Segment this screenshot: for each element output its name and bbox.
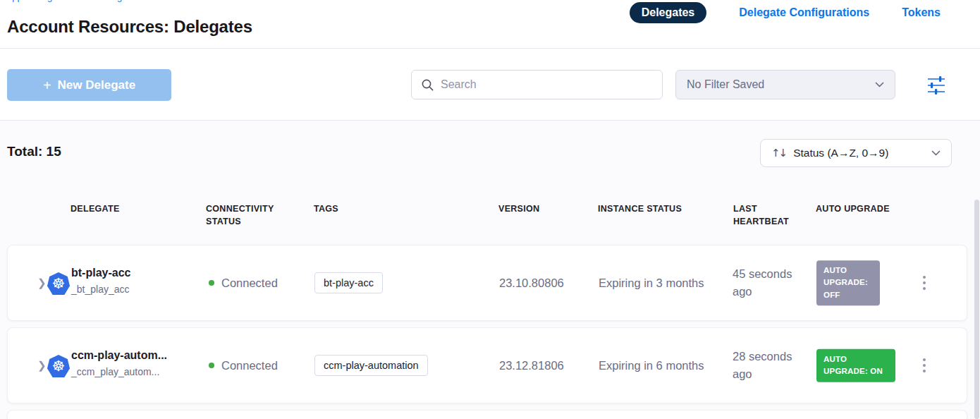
tab-delegate-configurations[interactable]: Delegate Configurations <box>739 6 869 19</box>
delegate-identifier: _bt_play_acc <box>71 284 130 295</box>
vertical-scrollbar[interactable] <box>974 200 979 419</box>
new-delegate-button-label: New Delegate <box>58 78 136 92</box>
new-delegate-button[interactable]: + New Delegate <box>7 69 171 101</box>
sort-dropdown[interactable]: ↑↓ Status (A→Z, 0→9) <box>760 139 952 167</box>
connectivity-label: Connected <box>221 277 278 290</box>
row-overflow-menu-icon[interactable] <box>920 273 929 293</box>
table-row[interactable]: ❯ ☸ bt-play-acc _bt_play_acc Connected b… <box>7 245 967 321</box>
row-overflow-menu-icon[interactable] <box>920 356 929 375</box>
tab-bar: Delegates Delegate Configurations Tokens <box>630 1 941 24</box>
search-icon <box>421 78 434 92</box>
column-header-auto-upgrade: AUTO UPGRADE <box>816 202 914 215</box>
plus-icon: + <box>43 78 51 92</box>
breadcrumb[interactable]: app-testing-account / testing <box>7 0 122 2</box>
search-input[interactable] <box>441 78 653 91</box>
page-title: Account Resources: Delegates <box>7 17 252 37</box>
last-heartbeat-cell: 45 seconds ago <box>733 245 813 320</box>
connected-dot-icon <box>209 363 214 368</box>
instance-status-cell: Expiring in 3 months <box>599 245 704 320</box>
search-box <box>411 70 663 99</box>
connected-dot-icon <box>209 280 214 286</box>
saved-filter-dropdown-value: No Filter Saved <box>687 78 764 91</box>
tab-delegates[interactable]: Delegates <box>630 2 707 23</box>
sort-arrows-icon: ↑↓ <box>771 147 786 159</box>
chevron-down-icon <box>931 150 941 157</box>
connectivity-label: Connected <box>221 359 278 372</box>
column-header-tags: TAGS <box>314 202 338 215</box>
saved-filter-dropdown[interactable]: No Filter Saved <box>675 70 895 99</box>
version-cell: 23.10.80806 <box>499 245 564 320</box>
column-header-connectivity-status: CONNECTIVITY STATUS <box>206 202 298 228</box>
version-cell: 23.12.81806 <box>499 328 564 403</box>
header-divider <box>0 48 980 49</box>
expand-chevron-icon[interactable]: ❯ <box>37 359 47 372</box>
chevron-down-icon <box>875 82 884 88</box>
column-header-last-heartbeat: LAST HEARTBEAT <box>733 202 804 228</box>
total-count: Total: 15 <box>7 144 61 159</box>
sort-dropdown-value: Status (A→Z, 0→9) <box>793 147 888 159</box>
column-header-instance-status: INSTANCE STATUS <box>598 202 718 215</box>
table-header-row: DELEGATE CONNECTIVITY STATUS TAGS VERSIO… <box>0 202 980 231</box>
column-header-version: VERSION <box>498 202 539 215</box>
delegate-name[interactable]: ccm-play-autom... <box>71 349 167 362</box>
connectivity-status: Connected <box>209 328 278 403</box>
table-row[interactable] <box>7 410 967 419</box>
delegate-identifier: _ccm_play_autom... <box>71 366 159 377</box>
kubernetes-icon: ☸ <box>47 355 70 377</box>
column-header-delegate: DELEGATE <box>71 202 120 215</box>
last-heartbeat-cell: 28 seconds ago <box>733 328 813 403</box>
instance-status-cell: Expiring in 6 months <box>599 328 704 403</box>
tab-tokens[interactable]: Tokens <box>902 6 941 19</box>
delegate-name[interactable]: bt-play-acc <box>71 267 130 279</box>
tag-chip: bt-play-acc <box>314 272 383 293</box>
expand-chevron-icon[interactable]: ❯ <box>37 277 47 289</box>
tag-chip: ccm-play-automation <box>314 355 428 376</box>
auto-upgrade-badge: AUTO UPGRADE: OFF <box>816 260 880 305</box>
auto-upgrade-badge: AUTO UPGRADE: ON <box>816 349 895 382</box>
filter-sliders-icon[interactable] <box>926 75 947 95</box>
kubernetes-icon: ☸ <box>47 272 70 295</box>
table-row[interactable]: ❯ ☸ ccm-play-autom... _ccm_play_autom...… <box>7 327 967 403</box>
connectivity-status: Connected <box>209 245 278 320</box>
